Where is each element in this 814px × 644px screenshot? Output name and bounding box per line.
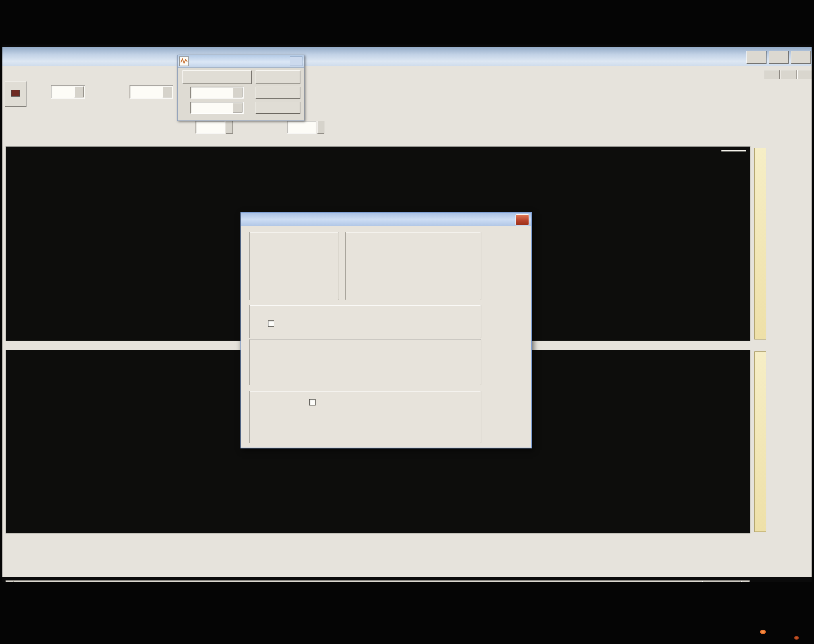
- left-details-button[interactable]: [256, 87, 300, 99]
- horizontal-scrollbar[interactable]: [6, 580, 750, 582]
- plot-range-spinner[interactable]: [317, 121, 324, 134]
- signal-generator-panel: [177, 55, 304, 121]
- stop-button[interactable]: [5, 81, 26, 107]
- psd-group: [249, 305, 481, 338]
- scroll-left-icon[interactable]: [6, 581, 14, 582]
- stop-icon: [11, 90, 20, 97]
- main-titlebar: [2, 47, 812, 66]
- spectrum-analyzer-window: [2, 47, 812, 577]
- dialog-titlebar[interactable]: [241, 213, 531, 226]
- left-channel-label: [6, 138, 750, 146]
- right-signal-select[interactable]: [190, 102, 244, 114]
- toolbar: [2, 79, 812, 138]
- scrollbar-thumb[interactable]: [702, 581, 740, 582]
- level-button[interactable]: [256, 70, 300, 84]
- status-led: [794, 636, 799, 640]
- plot-range-field[interactable]: [287, 121, 316, 134]
- close-icon[interactable]: [290, 56, 302, 66]
- left-power-meter: [754, 148, 766, 339]
- right-details-button[interactable]: [256, 102, 300, 114]
- enable-psd-checkbox[interactable]: [268, 320, 277, 328]
- checkbox-icon[interactable]: [268, 320, 274, 327]
- peak-hold-dropdown-icon[interactable]: [163, 86, 172, 97]
- run-button[interactable]: [182, 70, 252, 84]
- enable-compensation-checkbox[interactable]: [309, 398, 318, 406]
- checkbox-icon[interactable]: [309, 399, 316, 405]
- mic-compensation-group: [249, 391, 481, 443]
- signal-generator-titlebar[interactable]: [178, 55, 304, 68]
- dropdown-icon[interactable]: [233, 103, 242, 113]
- scaling-control-dialog: [240, 212, 532, 448]
- phs-logo: [721, 150, 746, 151]
- maximize-icon[interactable]: [769, 51, 789, 64]
- plot-top-spinner[interactable]: [226, 121, 233, 134]
- peak-hold-select[interactable]: [130, 85, 173, 99]
- plot-top-field[interactable]: [196, 121, 225, 134]
- left-signal-select[interactable]: [190, 87, 244, 99]
- menu-bar: [2, 66, 812, 79]
- avg-dropdown-icon[interactable]: [74, 86, 84, 97]
- close-icon[interactable]: [516, 214, 529, 225]
- minimize-icon[interactable]: [746, 51, 766, 64]
- close-icon[interactable]: [791, 51, 811, 64]
- power-led: [760, 630, 766, 634]
- right-power-meter: [754, 351, 766, 532]
- frequency-axis-group: [345, 232, 481, 300]
- amplitude-axis-group: [249, 232, 339, 300]
- waveform-icon: [179, 56, 189, 66]
- weighting-group: [249, 339, 481, 385]
- monitor-bezel: [0, 0, 814, 644]
- scroll-right-icon[interactable]: [741, 581, 749, 582]
- avg-select[interactable]: [51, 85, 85, 99]
- dropdown-icon[interactable]: [233, 88, 242, 97]
- screen: [2, 45, 812, 582]
